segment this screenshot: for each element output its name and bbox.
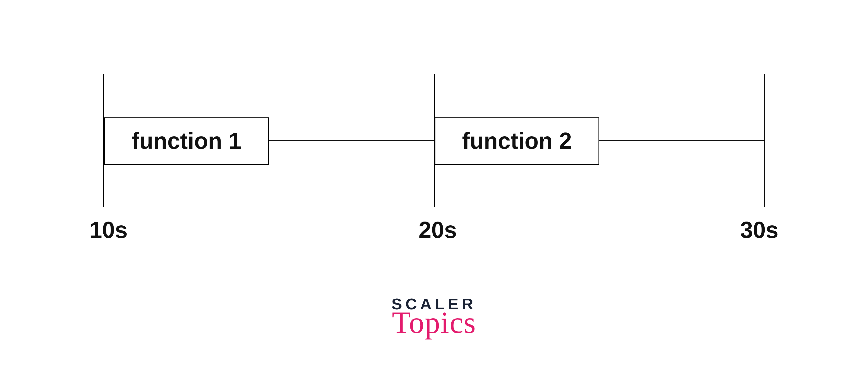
function-box-1-label: function 1 <box>132 128 242 154</box>
brand-logo-line2: Topics <box>392 307 476 338</box>
tick-label-20s: 20s <box>418 217 457 243</box>
brand-logo: SCALER Topics <box>392 296 476 338</box>
diagram-canvas: 10s 20s 30s function 1 function 2 SCALER… <box>0 0 868 389</box>
tick-label-30s: 30s <box>740 217 778 243</box>
axis-segment-2 <box>599 140 765 141</box>
function-box-2-label: function 2 <box>462 128 572 154</box>
function-box-2: function 2 <box>435 117 599 164</box>
timeline: 10s 20s 30s function 1 function 2 <box>103 74 764 253</box>
function-box-1: function 1 <box>104 117 269 164</box>
tick-label-10s: 10s <box>89 217 128 243</box>
axis-segment-1 <box>269 140 435 141</box>
